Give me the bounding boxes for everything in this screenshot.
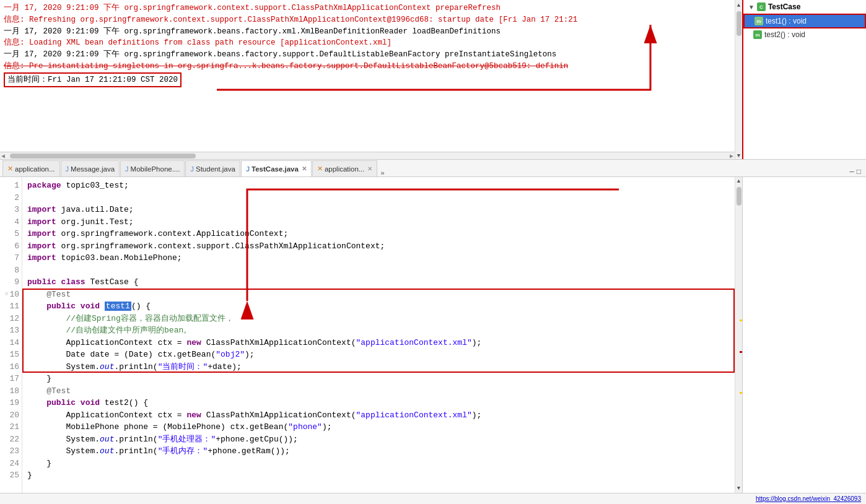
code-line-11: public void test1() { [27,300,730,313]
code-editor[interactable]: package topic03_test; import java.util.D… [22,177,735,493]
console-line-highlight: 当前时间：Fri Jan 17 21:21:09 CST 2020 [4,72,731,88]
code-line-10: @Test [27,289,730,301]
tab-icon-1: ✕ [7,165,13,173]
tab-icon-2: J [66,165,69,173]
status-bar: https://blog.csdn.net/weixin_42426093 [0,493,866,504]
scrollbar-thumb[interactable] [737,187,741,206]
tab-more-icon: » [380,169,384,176]
console-line-2: 信息: Refreshing org.springframework.conte… [4,14,731,26]
code-line-19: public void test2() { [27,397,730,409]
right-panel-class-name: TestCase [768,2,800,11]
outline-item-test1[interactable]: m test1() : void [743,14,866,28]
tab-close-6[interactable]: ✕ [367,165,372,172]
console-line-6: 信息: Pre-instantiating singletons in org.… [4,61,731,72]
code-line-1: package topic03_test; [27,180,730,192]
tab-label-1: application... [15,165,55,173]
console-line-4: 信息: Loading XML bean definitions from cl… [4,37,731,49]
scrollbar-up-icon[interactable]: ▲ [736,177,741,186]
code-line-9: public class TestCase { [27,276,730,289]
method-icon-test2: m [753,30,762,39]
code-line-4: import org.junit.Test; [27,216,730,228]
tab-mobilephone-java[interactable]: J MobilePhone.... [120,160,185,176]
tab-icon-5: J [246,165,250,173]
tab-label-5: TestCase.java [251,165,299,173]
code-line-14: ApplicationContext ctx = new ClassPathXm… [27,337,730,349]
code-line-20: ApplicationContext ctx = new ClassPathXm… [27,409,730,422]
code-line-17: } [27,373,730,385]
code-line-6: import org.springframework.context.suppo… [27,240,730,253]
code-line-24: } [27,458,730,470]
code-line-22: System.out.println("手机处理器："+phone.getCpu… [27,433,730,446]
line-numbers: 12345 6789 ○10 1112131415 1617181920 212… [0,177,22,493]
maximize-icon[interactable]: □ [857,168,861,176]
code-line-23: System.out.println("手机内存："+phone.getRam(… [27,445,730,458]
console-hscrollbar[interactable]: ◀ ▶ [0,152,735,159]
method-icon-test1: m [754,17,763,25]
tab-student-java[interactable]: J Student.java [185,160,240,176]
status-url[interactable]: https://blog.csdn.net/weixin_42426093 [756,495,861,502]
editor-right-panel [742,177,866,493]
chevron-icon: ▼ [748,4,754,11]
tab-icon-4: J [190,165,194,173]
code-line-18: @Test [27,385,730,398]
tab-testcase-java[interactable]: J TestCase.java ✕ [241,160,312,177]
code-line-3: import java.util.Date; [27,204,730,216]
editor-tabs: ✕ application... J Message.java J Mobile… [0,160,866,177]
code-line-16: System.out.println("当前时间："+date); [27,361,730,373]
tab-application-context[interactable]: ✕ application... [2,160,60,176]
code-line-25: } [27,469,730,482]
tab-application-context-2[interactable]: ✕ application... ✕ [312,160,378,176]
console-line-1: 一月 17, 2020 9:21:09 下午 org.springframewo… [4,2,731,14]
editor-vscrollbar[interactable]: ▲ ▼ [735,177,742,493]
tab-label-3: MobilePhone.... [131,165,180,173]
scrollbar-down-icon[interactable]: ▼ [736,484,741,493]
outline-item-test2-label: test2() : void [764,30,805,39]
tab-label-4: Student.java [196,165,235,173]
code-line-21: MobilePhone phone = (MobilePhone) ctx.ge… [27,421,730,433]
tab-more-button[interactable]: » [378,169,387,176]
code-line-2 [27,192,730,204]
minimize-icon[interactable]: — [850,168,854,176]
tab-label-2: Message.java [71,165,115,173]
tab-message-java[interactable]: J Message.java [61,160,120,176]
tab-icon-6: ✕ [317,165,323,173]
outline-item-test2[interactable]: m test2() : void [743,28,866,41]
code-line-7: import topic03.bean.MobilePhone; [27,252,730,264]
tab-label-6: application... [325,165,365,173]
class-icon: C [757,2,766,11]
code-line-5: import org.springframework.context.Appli… [27,228,730,240]
right-panel-title: ▼ C TestCase [743,0,866,14]
console-line-5: 一月 17, 2020 9:21:09 下午 org.springframewo… [4,49,731,61]
code-line-8 [27,264,730,277]
editor-area: ✕ application... J Message.java J Mobile… [0,160,866,493]
code-line-12: //创建Spring容器，容器自动加载配置文件， [27,313,730,325]
console-vscrollbar[interactable]: ▲ ▼ [735,0,742,159]
outline-item-test1-label: test1() : void [766,17,807,25]
code-line-15: Date date = (Date) ctx.getBean("obj2"); [27,349,730,361]
console-output: 一月 17, 2020 9:21:09 下午 org.springframewo… [0,0,735,152]
tab-close-5[interactable]: ✕ [302,165,307,172]
console-line-3: 一月 17, 2020 9:21:09 下午 org.springframewo… [4,26,731,38]
right-outline-panel: ▼ C TestCase m test1() : void m test2() … [742,0,866,159]
code-line-13: //自动创建文件中所声明的bean。 [27,324,730,337]
tab-icon-3: J [125,165,129,173]
